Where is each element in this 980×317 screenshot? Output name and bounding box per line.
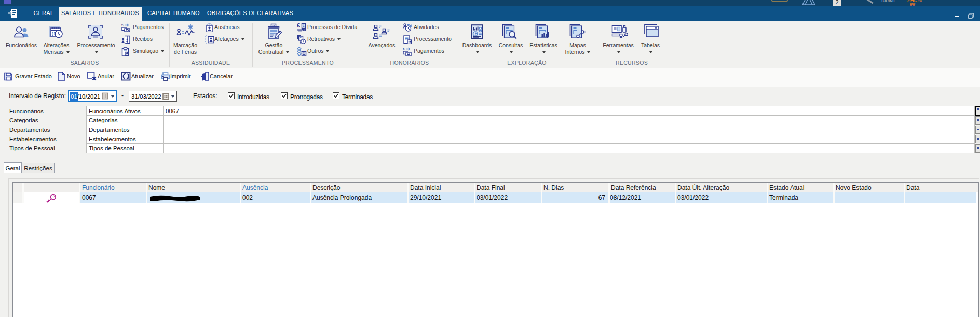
- svg-text:€: €: [297, 23, 300, 29]
- svg-text:€: €: [121, 23, 124, 27]
- svg-text:€: €: [403, 47, 405, 51]
